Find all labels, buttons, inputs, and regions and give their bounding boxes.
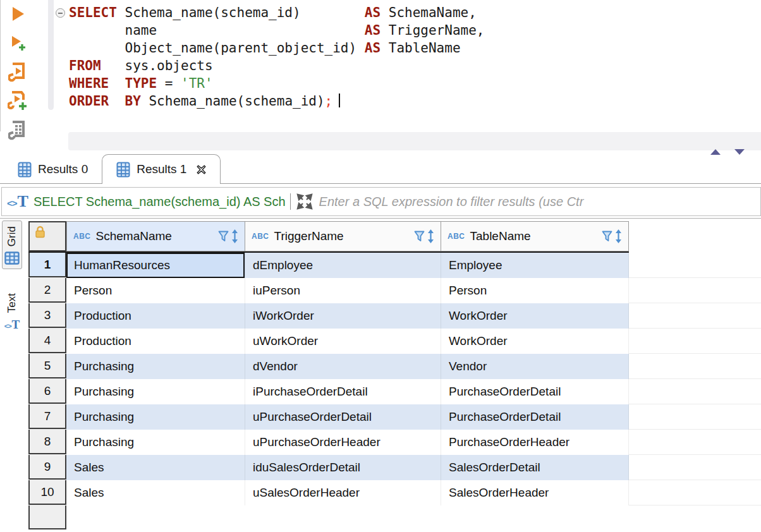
grid-cell[interactable]: Purchasing <box>66 404 245 430</box>
grid-cell[interactable]: HumanResources <box>66 253 245 278</box>
grid-cell[interactable]: Purchasing <box>66 354 245 379</box>
grid-cell[interactable]: dVendor <box>245 354 441 379</box>
grid-cell[interactable]: iduSalesOrderDetail <box>245 455 441 480</box>
row-number[interactable]: 6 <box>28 379 66 404</box>
grid-results-icon <box>116 162 130 178</box>
row-number[interactable]: 4 <box>28 329 66 353</box>
code-line[interactable]: ORDER BY Schema_name(schema_id); <box>69 92 484 110</box>
column-name: TableName <box>470 229 602 243</box>
results-tab-bar: Results 0 Results 1 <box>0 154 761 184</box>
row-number[interactable]: 2 <box>28 278 66 303</box>
grid-cell[interactable]: WorkOrder <box>441 329 629 354</box>
grid-cell[interactable]: Production <box>66 303 245 329</box>
grid-cell[interactable]: PurchaseOrderHeader <box>441 430 629 455</box>
code-line[interactable]: FROM sys.objects <box>69 57 484 75</box>
grid-cell[interactable]: Purchasing <box>66 430 245 455</box>
code-token: BY <box>125 94 141 109</box>
applied-filter-query: SELECT Schema_name(schema_id) AS Sch <box>33 195 286 209</box>
row-empty-area <box>629 278 761 303</box>
filter-funnel-icon <box>414 231 425 243</box>
close-tab-icon[interactable] <box>197 165 206 174</box>
filter-input-placeholder[interactable]: Enter a SQL expression to filter results… <box>319 195 760 209</box>
grid-cell[interactable]: dEmployee <box>245 253 441 278</box>
sort-arrows-icon <box>231 229 238 243</box>
sql-code[interactable]: SELECT Schema_name(schema_id) AS SchemaN… <box>69 4 484 110</box>
execute-script-button[interactable] <box>7 62 28 82</box>
row-number[interactable]: 7 <box>28 404 66 429</box>
grid-corner-lock-cell[interactable] <box>28 221 66 251</box>
grid-cell[interactable]: iuPerson <box>245 278 441 303</box>
row-number[interactable]: 9 <box>28 455 66 480</box>
column-header-tablename[interactable]: ABC TableName <box>441 221 629 251</box>
grid-cell[interactable]: PurchaseOrderDetail <box>441 404 629 430</box>
sql-editor[interactable]: SELECT Schema_name(schema_id) AS SchemaN… <box>0 0 761 131</box>
execute-statement-new-tab-button[interactable] <box>7 33 28 53</box>
column-filter-sort-icons[interactable] <box>602 229 622 243</box>
row-empty-area <box>629 455 761 480</box>
execute-script-new-tab-button[interactable] <box>7 91 28 111</box>
column-header-triggername[interactable]: ABC TriggerName <box>245 221 441 251</box>
code-token: Object_name(parent_object_id) <box>69 40 365 56</box>
expand-arrows-icon <box>296 193 313 210</box>
code-token: SchemaName, <box>380 5 477 20</box>
code-token: AS <box>365 23 380 38</box>
filter-funnel-icon <box>602 231 612 243</box>
row-number[interactable]: 3 <box>28 303 66 328</box>
string-type-icon: ABC <box>447 232 465 241</box>
execute-statement-button[interactable] <box>7 4 28 24</box>
execute-script-icon <box>8 62 27 82</box>
grid-cell[interactable]: WorkOrder <box>441 303 629 329</box>
grid-cell[interactable]: Purchasing <box>66 379 245 404</box>
code-token: WHERE <box>69 76 109 91</box>
code-line[interactable]: Object_name(parent_object_id) AS TableNa… <box>69 39 484 57</box>
row-number[interactable]: 1 <box>28 253 66 277</box>
code-token: TYPE <box>125 76 157 91</box>
filter-bar-divider <box>290 193 291 210</box>
presentation-tab-grid[interactable]: Grid <box>2 221 22 269</box>
grid-cell[interactable]: Production <box>66 329 245 354</box>
presentation-tab-label: Text <box>6 293 18 313</box>
results-filter-bar[interactable]: <>T SELECT Schema_name(schema_id) AS Sch… <box>1 187 761 216</box>
grid-cell[interactable]: Person <box>66 278 245 303</box>
grid-cell[interactable]: uWorkOrder <box>245 329 441 354</box>
grid-cell[interactable]: PurchaseOrderDetail <box>441 379 629 404</box>
row-empty-area <box>629 253 761 277</box>
grid-cell[interactable]: SalesOrderHeader <box>441 480 629 505</box>
grid-cell[interactable]: uPurchaseOrderDetail <box>245 404 441 430</box>
code-token: name <box>69 23 365 38</box>
results-tab-0[interactable]: Results 0 <box>4 155 102 184</box>
grid-cell[interactable]: SalesOrderDetail <box>441 455 629 480</box>
results-tab-1[interactable]: Results 1 <box>102 154 221 184</box>
code-line[interactable]: SELECT Schema_name(schema_id) AS SchemaN… <box>69 4 484 21</box>
row-empty-area <box>629 354 761 378</box>
grid-cell[interactable]: Person <box>441 278 629 303</box>
grid-cell[interactable]: uSalesOrderHeader <box>245 480 441 505</box>
presentation-tab-text[interactable]: Text <>T <box>2 288 22 336</box>
grid-cell[interactable]: Vendor <box>441 354 629 379</box>
code-line[interactable]: WHERE TYPE = 'TR' <box>69 75 484 92</box>
row-number[interactable]: 10 <box>28 480 66 505</box>
grid-cell[interactable]: Employee <box>441 253 629 278</box>
grid-cell[interactable]: iWorkOrder <box>245 303 441 329</box>
editor-annotation-ruler <box>48 0 54 110</box>
grid-cell[interactable]: uPurchaseOrderHeader <box>245 430 441 455</box>
row-number[interactable]: 8 <box>28 430 66 454</box>
column-filter-sort-icons[interactable] <box>414 229 434 243</box>
grid-cell[interactable]: iPurchaseOrderDetail <box>245 379 441 404</box>
grid-cell[interactable]: Sales <box>66 480 245 505</box>
code-token: sys.objects <box>101 58 213 73</box>
expand-filter-panel-button[interactable] <box>296 193 313 210</box>
grid-header-row: ABC SchemaName ABC TriggerName ABC Table… <box>28 221 761 251</box>
code-token: ORDER <box>69 94 109 109</box>
empty-row-header <box>28 505 66 529</box>
column-filter-sort-icons[interactable] <box>218 229 238 243</box>
filter-funnel-icon <box>218 231 229 243</box>
grid-cell[interactable]: Sales <box>66 455 245 480</box>
row-number[interactable]: 5 <box>28 354 66 378</box>
explain-execution-plan-button[interactable] <box>7 120 28 140</box>
column-header-schemaname[interactable]: ABC SchemaName <box>66 221 245 251</box>
code-line[interactable]: name AS TriggerName, <box>69 21 484 39</box>
code-token: AS <box>365 40 380 56</box>
code-fold-collapse-icon[interactable] <box>56 8 65 18</box>
editor-horizontal-scrollbar[interactable] <box>68 132 761 150</box>
